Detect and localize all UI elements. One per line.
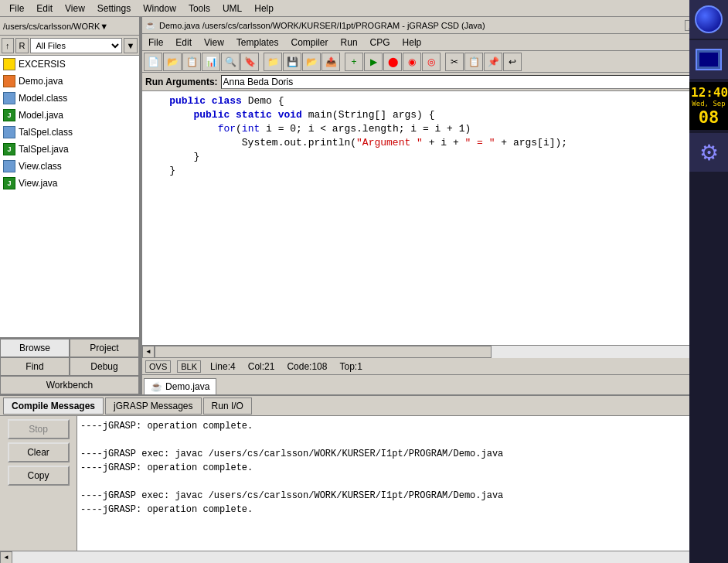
editor-menu-cpg[interactable]: CPG	[364, 36, 396, 49]
tab-browse[interactable]: Browse	[0, 339, 70, 357]
file-item-viewclass[interactable]: View.class	[0, 158, 139, 175]
file-item-modeljava[interactable]: J Model.java	[0, 107, 139, 124]
sidebar-path: /users/cs/carlsson/WORK ▼	[0, 17, 139, 36]
menu-help[interactable]: Help	[248, 2, 280, 15]
editor-menu-file[interactable]: File	[142, 36, 169, 49]
status-line: Line:4	[207, 361, 239, 372]
bottom-tab-runio[interactable]: Run I/O	[203, 398, 252, 415]
tool-stop-red[interactable]: ⬤	[383, 53, 402, 71]
tool-folder[interactable]: 📁	[264, 53, 282, 71]
run-args-input[interactable]	[221, 75, 725, 89]
tool-saveall[interactable]: 📂	[302, 53, 321, 71]
output-line-4: ----jGRASP: operation complete.	[80, 461, 713, 475]
hscroll-track[interactable]	[155, 346, 716, 358]
run-args-label: Run Arguments:	[145, 77, 218, 87]
editor-menu-run[interactable]: Run	[335, 36, 364, 49]
menu-tools[interactable]: Tools	[182, 2, 216, 15]
bottom-output: ----jGRASP: operation complete. ----jGRA…	[77, 416, 716, 551]
sidebar-up-btn[interactable]: ↑	[2, 38, 14, 53]
tab-debug[interactable]: Debug	[70, 357, 139, 376]
copy-button[interactable]: Copy	[8, 466, 70, 486]
file-item-talspeljava[interactable]: J TalSpel.java	[0, 141, 139, 158]
bottom-tab-jgrasp[interactable]: jGRASP Messages	[105, 398, 202, 415]
stop-button[interactable]: Stop	[8, 419, 70, 439]
tool-bookmark[interactable]: 🔖	[240, 53, 259, 71]
menu-view[interactable]: View	[59, 2, 91, 15]
code-editor-area: public class Demo { public static void m…	[142, 91, 728, 345]
output-line-6: ----jGRASP exec: javac /users/cs/carlsso…	[80, 489, 713, 503]
workbench-button[interactable]: Workbench	[0, 376, 139, 394]
folder-icon	[3, 58, 15, 70]
editor-status-bar: OVS BLK Line:4 Col:21 Code:108 Top:1	[142, 357, 728, 374]
file-name: Demo.java	[19, 76, 63, 87]
hscroll-left-btn[interactable]: ◄	[142, 346, 155, 358]
bottom-tab-compile[interactable]: Compile Messages	[3, 398, 104, 415]
tool-chart[interactable]: 📊	[202, 53, 220, 71]
tool-open[interactable]: 📂	[163, 53, 182, 71]
file-name: View.java	[19, 178, 57, 189]
sidebar-r-btn[interactable]: R	[15, 38, 29, 53]
j-icon-view: J	[3, 177, 15, 189]
menu-uml[interactable]: UML	[216, 2, 248, 15]
tool-paste[interactable]: 📌	[484, 53, 502, 71]
tool-debug3[interactable]: ◎	[422, 53, 441, 71]
menu-file[interactable]: File	[3, 2, 30, 15]
clear-button[interactable]: Clear	[8, 442, 70, 462]
sidebar-files-dropdown[interactable]: All Files	[30, 38, 122, 53]
bottom-content: Stop Clear Copy ----jGRASP: operation co…	[0, 416, 728, 551]
tool-debug2[interactable]: ◉	[403, 53, 421, 71]
editor-menu-edit[interactable]: Edit	[169, 36, 198, 49]
editor-menu-templates[interactable]: Templates	[230, 36, 285, 49]
editor-hscroll: ◄ ►	[142, 345, 728, 357]
file-item-demojava[interactable]: Demo.java	[0, 73, 139, 90]
tool-undo[interactable]: ↩	[503, 53, 522, 71]
monitor-graphic	[696, 49, 722, 70]
menu-edit[interactable]: Edit	[30, 2, 59, 15]
file-item-excersis[interactable]: EXCERSIS	[0, 56, 139, 73]
file-name: EXCERSIS	[19, 59, 66, 70]
code-editor[interactable]: public class Demo { public static void m…	[142, 91, 716, 345]
tool-new[interactable]: 📄	[144, 53, 162, 71]
tab-project[interactable]: Project	[70, 339, 139, 357]
sidebar-path-text: /users/cs/carlsson/WORK	[3, 22, 100, 31]
code-line-3: for(int i = 0; i < args.length; i = i + …	[145, 122, 713, 136]
file-item-modelclass[interactable]: Model.class	[0, 90, 139, 107]
output-line-2	[80, 433, 713, 447]
tool-run[interactable]: ▶	[364, 53, 383, 71]
bottom-hscroll-track[interactable]	[12, 551, 716, 564]
editor-menu-compiler[interactable]: Compiler	[285, 36, 335, 49]
tool-save[interactable]: 💾	[283, 53, 301, 71]
tool-copy[interactable]: 📋	[464, 53, 483, 71]
bottom-left-panel: Stop Clear Copy	[0, 416, 77, 551]
bottom-hscroll-left[interactable]: ◄	[0, 551, 12, 564]
file-item-talspelclass[interactable]: TalSpel.class	[0, 124, 139, 141]
menu-window[interactable]: Window	[137, 2, 182, 15]
file-name: View.class	[19, 161, 62, 172]
tab-find[interactable]: Find	[0, 357, 70, 376]
code-line-2: public static void main(String[] args) {	[145, 108, 713, 122]
menu-settings[interactable]: Settings	[91, 2, 137, 15]
status-code: Code:108	[284, 361, 330, 372]
right-panel: 12:40 Wed, Sep 08 ⚙	[689, 0, 728, 563]
file-item-viewjava[interactable]: J View.java	[0, 175, 139, 192]
file-tab-demojava[interactable]: ☕ Demo.java	[144, 378, 216, 394]
bottom-section: Compile Messages jGRASP Messages Run I/O…	[0, 394, 728, 563]
editor-menu-help[interactable]: Help	[396, 36, 428, 49]
editor-menu: File Edit View Templates Compiler Run CP…	[142, 34, 728, 51]
editor-menu-view[interactable]: View	[198, 36, 230, 49]
tool-close[interactable]: 📋	[182, 53, 201, 71]
tool-search[interactable]: 🔍	[221, 53, 240, 71]
status-col: Col:21	[245, 361, 278, 372]
tool-cut[interactable]: ✂	[445, 53, 464, 71]
hscroll-thumb	[155, 346, 492, 358]
top-menu-bar: File Edit View Settings Window Tools UML…	[0, 0, 728, 17]
status-ovs: OVS	[145, 360, 171, 373]
output-line-5	[80, 475, 713, 489]
globe-graphic	[695, 5, 723, 33]
clock-time: 12:40	[691, 85, 726, 100]
monitor-screen	[699, 53, 718, 67]
tool-add[interactable]: +	[345, 53, 363, 71]
j-icon-model: J	[3, 109, 15, 121]
sidebar-dropdown-btn[interactable]: ▼	[124, 38, 138, 53]
tool-export[interactable]: 📤	[321, 53, 340, 71]
